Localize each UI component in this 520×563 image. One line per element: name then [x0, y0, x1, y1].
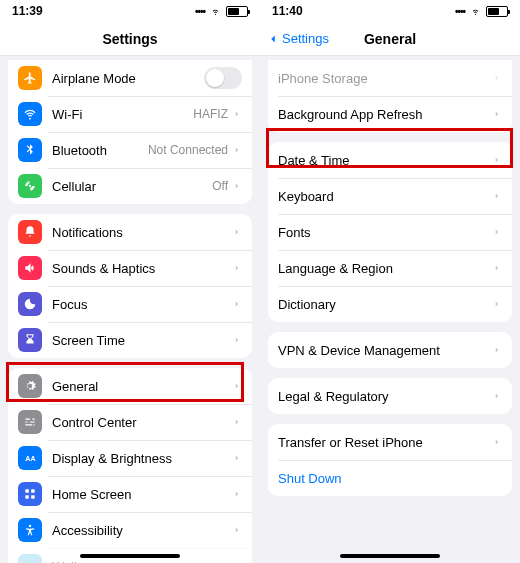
- vpn-label: VPN & Device Management: [278, 343, 492, 358]
- bgrefresh-label: Background App Refresh: [278, 107, 492, 122]
- dictionary-label: Dictionary: [278, 297, 492, 312]
- row-notifications[interactable]: Notifications: [8, 214, 252, 250]
- home-indicator: [80, 554, 180, 558]
- row-wifi[interactable]: Wi-Fi HAFIZ: [8, 96, 252, 132]
- sounds-label: Sounds & Haptics: [52, 261, 232, 276]
- nav-bar: Settings General: [260, 22, 520, 56]
- row-bluetooth[interactable]: Bluetooth Not Connected: [8, 132, 252, 168]
- row-language[interactable]: Language & Region: [268, 250, 512, 286]
- speaker-icon: [18, 256, 42, 280]
- status-icons: ••••: [455, 6, 508, 17]
- gear-icon: [18, 374, 42, 398]
- row-legal[interactable]: Legal & Regulatory: [268, 378, 512, 414]
- sliders-icon: [18, 410, 42, 434]
- group-vpn: VPN & Device Management: [268, 332, 512, 368]
- bluetooth-value: Not Connected: [148, 143, 228, 157]
- bell-icon: [18, 220, 42, 244]
- row-focus[interactable]: Focus: [8, 286, 252, 322]
- airplane-icon: [18, 66, 42, 90]
- row-screentime[interactable]: Screen Time: [8, 322, 252, 358]
- status-bar: 11:39 ••••: [0, 0, 260, 22]
- group-input: Date & Time Keyboard Fonts Language & Re…: [268, 142, 512, 322]
- chevron-right-icon: [492, 73, 502, 83]
- nav-back-button[interactable]: Settings: [266, 31, 329, 46]
- nav-back-label: Settings: [282, 31, 329, 46]
- wifi-row-icon: [18, 102, 42, 126]
- chevron-right-icon: [232, 263, 242, 273]
- wallpaper-icon: [18, 554, 42, 563]
- group-connectivity: Airplane Mode Wi-Fi HAFIZ Bluetooth Not …: [8, 60, 252, 204]
- group-reset: Transfer or Reset iPhone Shut Down: [268, 424, 512, 496]
- shutdown-label: Shut Down: [278, 471, 502, 486]
- row-keyboard[interactable]: Keyboard: [268, 178, 512, 214]
- chevron-right-icon: [232, 489, 242, 499]
- cellular-value: Off: [212, 179, 228, 193]
- accessibility-icon: [18, 518, 42, 542]
- row-cellular[interactable]: Cellular Off: [8, 168, 252, 204]
- chevron-right-icon: [492, 191, 502, 201]
- battery-icon: [226, 6, 248, 17]
- battery-icon: [486, 6, 508, 17]
- airplane-toggle[interactable]: [204, 67, 242, 89]
- row-iphone-storage[interactable]: iPhone Storage: [268, 60, 512, 96]
- row-homescreen[interactable]: Home Screen: [8, 476, 252, 512]
- bluetooth-label: Bluetooth: [52, 143, 148, 158]
- group-legal: Legal & Regulatory: [268, 378, 512, 414]
- svg-rect-4: [31, 495, 35, 499]
- chevron-right-icon: [492, 109, 502, 119]
- legal-label: Legal & Regulatory: [278, 389, 492, 404]
- airplane-label: Airplane Mode: [52, 71, 204, 86]
- row-fonts[interactable]: Fonts: [268, 214, 512, 250]
- wifi-value: HAFIZ: [193, 107, 228, 121]
- datetime-label: Date & Time: [278, 153, 492, 168]
- focus-label: Focus: [52, 297, 232, 312]
- wifi-icon: [209, 6, 222, 16]
- general-scroll[interactable]: iPhone Storage Background App Refresh Da…: [260, 56, 520, 563]
- accessibility-label: Accessibility: [52, 523, 232, 538]
- row-sounds[interactable]: Sounds & Haptics: [8, 250, 252, 286]
- row-dictionary[interactable]: Dictionary: [268, 286, 512, 322]
- chevron-right-icon: [232, 145, 242, 155]
- row-shutdown[interactable]: Shut Down: [268, 460, 512, 496]
- row-airplane-mode[interactable]: Airplane Mode: [8, 60, 252, 96]
- screentime-label: Screen Time: [52, 333, 232, 348]
- chevron-right-icon: [492, 263, 502, 273]
- text-size-icon: AA: [18, 446, 42, 470]
- group-general: General Control Center AA Display & Brig…: [8, 368, 252, 563]
- row-bg-refresh[interactable]: Background App Refresh: [268, 96, 512, 132]
- hourglass-icon: [18, 328, 42, 352]
- status-time: 11:40: [272, 4, 303, 18]
- row-display[interactable]: AA Display & Brightness: [8, 440, 252, 476]
- chevron-right-icon: [232, 453, 242, 463]
- cellular-label: Cellular: [52, 179, 212, 194]
- keyboard-label: Keyboard: [278, 189, 492, 204]
- chevron-right-icon: [232, 227, 242, 237]
- chevron-right-icon: [232, 381, 242, 391]
- grid-icon: [18, 482, 42, 506]
- wallpaper-label: Wallpaper: [52, 559, 232, 564]
- chevron-right-icon: [232, 417, 242, 427]
- settings-scroll[interactable]: Airplane Mode Wi-Fi HAFIZ Bluetooth Not …: [0, 56, 260, 563]
- row-control-center[interactable]: Control Center: [8, 404, 252, 440]
- row-vpn[interactable]: VPN & Device Management: [268, 332, 512, 368]
- group-storage: iPhone Storage Background App Refresh: [268, 60, 512, 132]
- row-date-time[interactable]: Date & Time: [268, 142, 512, 178]
- row-accessibility[interactable]: Accessibility: [8, 512, 252, 548]
- row-general[interactable]: General: [8, 368, 252, 404]
- moon-icon: [18, 292, 42, 316]
- svg-point-5: [29, 525, 31, 527]
- group-notifications: Notifications Sounds & Haptics Focus Scr…: [8, 214, 252, 358]
- chevron-right-icon: [492, 437, 502, 447]
- chevron-right-icon: [232, 109, 242, 119]
- page-title: General: [364, 31, 416, 47]
- chevron-right-icon: [232, 335, 242, 345]
- transfer-label: Transfer or Reset iPhone: [278, 435, 492, 450]
- row-transfer-reset[interactable]: Transfer or Reset iPhone: [268, 424, 512, 460]
- wifi-icon: [469, 6, 482, 16]
- general-label: General: [52, 379, 232, 394]
- status-bar: 11:40 ••••: [260, 0, 520, 22]
- chevron-right-icon: [232, 525, 242, 535]
- home-indicator: [340, 554, 440, 558]
- chevron-right-icon: [492, 345, 502, 355]
- svg-text:AA: AA: [25, 455, 35, 462]
